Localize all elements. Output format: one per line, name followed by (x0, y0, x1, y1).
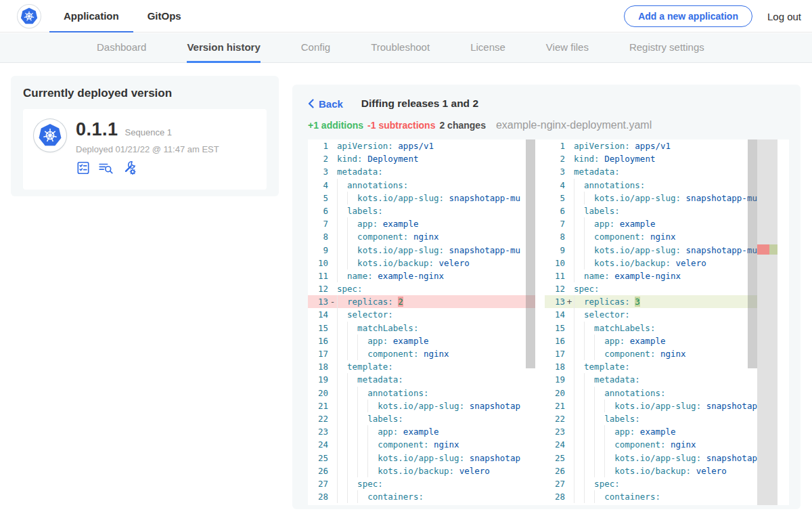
code-line: 23 app: example (545, 425, 757, 438)
code-line: 27 spec: (545, 477, 757, 490)
add-application-button[interactable]: Add a new application (624, 5, 752, 27)
code-line: 20 annotations: (308, 387, 535, 399)
subnav-view-files[interactable]: View files (546, 33, 589, 63)
subtractions-count: -1 subtractions (367, 120, 435, 131)
code-line: 19 metadata: (545, 373, 757, 386)
code-line: 16 app: example (545, 334, 757, 347)
subnav-version-history-label: Version history (187, 41, 260, 53)
code-line: 5 kots.io/app-slug: snapshotapp-mu (308, 192, 535, 204)
code-line: 14 selector: (545, 308, 757, 321)
code-line: 10 kots.io/backup: velero (308, 257, 535, 269)
subnav-troubleshoot[interactable]: Troubleshoot (371, 33, 430, 63)
code-line: 3metadata: (308, 165, 535, 178)
tab-application[interactable]: Application (49, 0, 133, 32)
code-line: 6 labels: (308, 204, 535, 217)
code-line: 18 template: (545, 360, 757, 373)
code-line: 9 kots.io/app-slug: snapshotapp-mu (308, 244, 535, 257)
deploy-logs-icon[interactable] (98, 160, 114, 175)
config-wrench-gear-icon[interactable] (122, 160, 138, 176)
currently-deployed-card: Currently deployed version (11, 76, 279, 196)
overview-ruler[interactable] (757, 139, 777, 505)
tab-gitops[interactable]: GitOps (133, 0, 196, 32)
code-line: 2kind: Deployment (308, 152, 535, 165)
code-line: 18 template: (308, 360, 535, 373)
code-line: 4 annotations: (308, 179, 535, 192)
code-line: 19 metadata: (308, 373, 535, 386)
code-line: 12spec: (308, 282, 535, 295)
subnav-view-files-label: View files (546, 41, 589, 53)
changes-count: 2 changes (439, 120, 485, 131)
version-action-icons (76, 160, 219, 176)
deployed-version-card: 0.1.1 Sequence 1 Deployed 01/21/22 @ 11:… (23, 109, 267, 190)
logout-link[interactable]: Log out (767, 11, 801, 22)
code-line: 6 labels: (545, 204, 757, 217)
subnav-dashboard[interactable]: Dashboard (97, 33, 146, 63)
code-line: 13- replicas: 2 (308, 295, 535, 308)
code-line: 24 component: nginx (308, 438, 535, 451)
diff-editor-left[interactable]: 1apiVersion: apps/v12kind: Deployment3me… (308, 139, 535, 505)
code-line: 1apiVersion: apps/v1 (545, 139, 757, 152)
subnav-license-label: License (470, 41, 505, 53)
code-line: 27 spec: (308, 477, 535, 490)
subnav-license[interactable]: License (470, 33, 505, 63)
kubernetes-logo (18, 5, 41, 28)
subnav-version-history[interactable]: Version history (187, 33, 260, 63)
diff-editor-right[interactable]: 1apiVersion: apps/v12kind: Deployment3me… (545, 139, 789, 505)
additions-count: +1 additions (308, 120, 363, 131)
code-line: 7 app: example (308, 217, 535, 230)
code-line: 15 matchLabels: (545, 322, 757, 334)
code-line: 15 matchLabels: (308, 322, 535, 334)
code-line: 7 app: example (545, 217, 757, 230)
code-line: 25 kots.io/app-slug: snapshotap (545, 452, 757, 464)
ruler-removed-marker (757, 244, 769, 255)
code-line: 2kind: Deployment (545, 152, 757, 165)
deployed-version-details: 0.1.1 Sequence 1 Deployed 01/21/22 @ 11:… (76, 119, 219, 179)
tab-application-label: Application (64, 10, 119, 22)
kots-admin-page: Application GitOps Add a new application… (0, 0, 812, 520)
subnav-dashboard-label: Dashboard (97, 41, 146, 53)
code-line: 17 component: nginx (545, 347, 757, 360)
top-tabs: Application GitOps (49, 0, 196, 32)
diff-filename: example-nginx-deployment.yaml (496, 119, 652, 131)
code-line: 16 app: example (308, 334, 535, 347)
code-line: 1apiVersion: apps/v1 (308, 139, 535, 152)
code-line: 21 kots.io/app-slug: snapshotap (545, 399, 757, 412)
version-number: 0.1.1 (76, 119, 118, 140)
subnav-troubleshoot-label: Troubleshoot (371, 41, 430, 53)
subnav-config[interactable]: Config (301, 33, 330, 63)
tab-gitops-label: GitOps (148, 10, 181, 22)
scrollbar-thumb[interactable] (526, 139, 535, 368)
top-nav: Application GitOps Add a new application… (0, 0, 812, 32)
code-line: 23 app: example (308, 425, 535, 438)
code-line: 20 annotations: (545, 387, 757, 399)
code-line: 5 kots.io/app-slug: snapshotapp-mu (545, 192, 757, 204)
back-label: Back (319, 98, 343, 110)
code-line: 21 kots.io/app-slug: snapshotap (308, 399, 535, 412)
code-line: 3metadata: (545, 165, 757, 178)
diff-card: Back Diffing releases 1 and 2 +1 additio… (292, 85, 800, 509)
app-logo (34, 119, 66, 152)
code-line: 22 labels: (545, 412, 757, 425)
code-line: 9 kots.io/app-slug: snapshotapp-mu (545, 244, 757, 257)
preflight-checklist-icon[interactable] (76, 160, 91, 175)
ruler-added-marker (769, 244, 777, 255)
chevron-left-icon (308, 99, 314, 108)
code-line: 12spec: (545, 282, 757, 295)
code-line: 4 annotations: (545, 179, 757, 192)
kubernetes-helm-icon (20, 7, 39, 26)
code-lines: 1apiVersion: apps/v12kind: Deployment3me… (308, 139, 535, 503)
back-link[interactable]: Back (308, 98, 343, 110)
diff-header: Back Diffing releases 1 and 2 (308, 98, 789, 110)
code-line: 10 kots.io/backup: velero (545, 257, 757, 269)
subnav-registry-settings[interactable]: Registry settings (629, 33, 704, 63)
code-line: 13+ replicas: 3 (545, 295, 757, 308)
subnav-config-label: Config (301, 41, 330, 53)
scrollbar-thumb[interactable] (748, 139, 757, 368)
code-line: 22 labels: (308, 412, 535, 425)
code-line: 25 kots.io/app-slug: snapshotap (308, 452, 535, 464)
code-line: 26 kots.io/backup: velero (545, 464, 757, 477)
code-line: 17 component: nginx (308, 347, 535, 360)
diff-stats: +1 additions -1 subtractions 2 changes e… (308, 119, 789, 131)
code-line: 8 component: nginx (308, 230, 535, 243)
deployed-card-title: Currently deployed version (23, 87, 267, 100)
